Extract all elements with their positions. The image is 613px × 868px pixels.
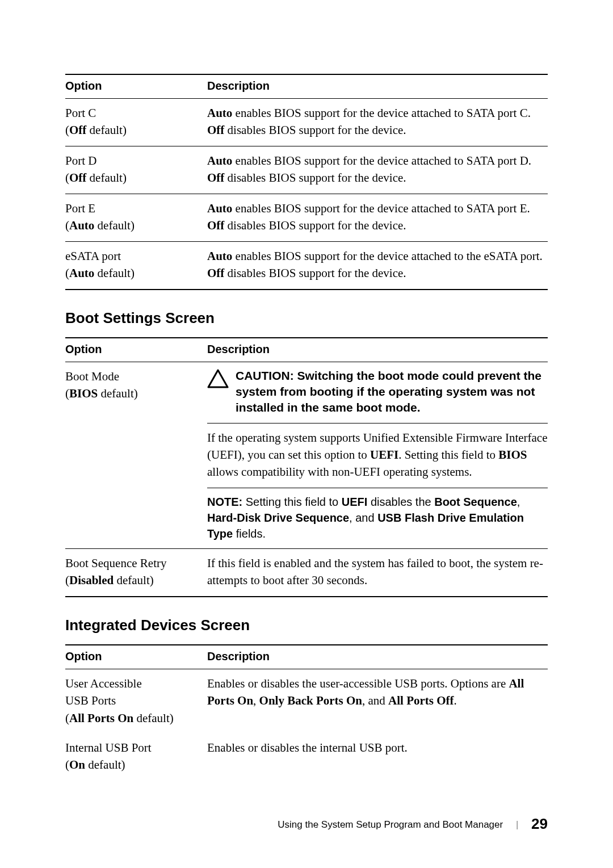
description-cell: Auto enables BIOS support for the device… — [207, 241, 548, 289]
option-name: Port C — [65, 106, 96, 120]
option-cell: Port D(Off default) — [65, 146, 207, 194]
option-cell: Internal USB Port (On default) — [65, 733, 207, 781]
svg-marker-0 — [208, 370, 228, 387]
option-cell: User Accessible USB Ports (All Ports On … — [65, 669, 207, 733]
option-default: (Auto default) — [65, 219, 135, 232]
description-paragraph: If the operating system supports Unified… — [207, 423, 548, 488]
col-header-description: Description — [207, 74, 548, 99]
caution-text: CAUTION: Switching the boot mode could p… — [236, 368, 548, 416]
option-name-line2: USB Ports — [65, 694, 116, 707]
description-cell: Auto enables BIOS support for the device… — [207, 146, 548, 194]
table-row: Port E(Auto default)Auto enables BIOS su… — [65, 194, 548, 241]
boot-settings-table: Option Description Boot Mode (BIOS defau… — [65, 337, 548, 597]
option-name: Boot Sequence Retry — [65, 556, 166, 570]
sata-settings-table: Option Description Port C(Off default)Au… — [65, 74, 548, 290]
option-cell: Port E(Auto default) — [65, 194, 207, 241]
description-cell: Enables or disables the user-accessible … — [207, 669, 548, 733]
description-cell: Auto enables BIOS support for the device… — [207, 99, 548, 146]
caution-icon — [207, 369, 229, 393]
col-header-option: Option — [65, 74, 207, 99]
option-name: eSATA port — [65, 249, 121, 263]
option-default: (Disabled default) — [65, 573, 154, 587]
option-cell: Boot Mode (BIOS default) — [65, 362, 207, 548]
description-cell: Enables or disables the internal USB por… — [207, 733, 548, 781]
option-default: (Off default) — [65, 123, 127, 137]
description-cell: CAUTION: Switching the boot mode could p… — [207, 362, 548, 548]
col-header-description: Description — [207, 645, 548, 669]
integrated-devices-heading: Integrated Devices Screen — [65, 617, 548, 634]
option-default: (Auto default) — [65, 266, 135, 280]
note-block: NOTE: Setting this field to UEFI disable… — [207, 488, 548, 548]
boot-settings-heading: Boot Settings Screen — [65, 309, 548, 327]
option-name: Internal USB Port — [65, 741, 152, 754]
option-name-line1: User Accessible — [65, 677, 142, 690]
col-header-option: Option — [65, 645, 207, 669]
description-cell: Auto enables BIOS support for the device… — [207, 194, 548, 241]
footer-title: Using the System Setup Program and Boot … — [278, 819, 503, 830]
footer-separator: | — [516, 819, 518, 830]
option-default: (Off default) — [65, 171, 127, 184]
option-cell: Boot Sequence Retry (Disabled default) — [65, 548, 207, 596]
table-row: Port C(Off default)Auto enables BIOS sup… — [65, 99, 548, 146]
description-cell: If this field is enabled and the system … — [207, 548, 548, 596]
integrated-devices-table: Option Description User Accessible USB P… — [65, 644, 548, 781]
page-number: 29 — [531, 815, 548, 832]
option-default: (BIOS default) — [65, 387, 138, 400]
col-header-option: Option — [65, 338, 207, 362]
page-footer: Using the System Setup Program and Boot … — [65, 815, 548, 833]
option-default: (On default) — [65, 758, 125, 771]
option-cell: Port C(Off default) — [65, 99, 207, 146]
table-row: Port D(Off default)Auto enables BIOS sup… — [65, 146, 548, 194]
option-name: Boot Mode — [65, 370, 119, 383]
option-default: (All Ports On default) — [65, 711, 174, 725]
option-name: Port E — [65, 202, 95, 215]
option-cell: eSATA port(Auto default) — [65, 241, 207, 289]
table-row: eSATA port(Auto default)Auto enables BIO… — [65, 241, 548, 289]
col-header-description: Description — [207, 338, 548, 362]
option-name: Port D — [65, 154, 96, 167]
